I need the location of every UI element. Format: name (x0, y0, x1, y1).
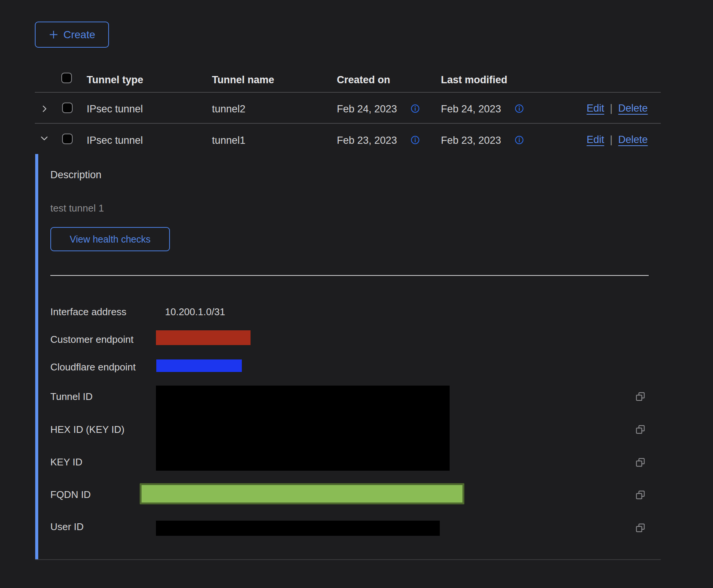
description-label: Description (50, 169, 101, 181)
tunnel-type-cell: IPsec tunnel (87, 103, 143, 115)
user-id-redaction (156, 521, 440, 536)
fqdn-id-redaction (140, 483, 464, 504)
tunnel-name-cell: tunnel1 (212, 135, 246, 146)
edit-link[interactable]: Edit (587, 103, 604, 114)
actions-separator: | (610, 134, 613, 146)
plus-icon (48, 30, 59, 40)
fqdn-id-label: FQDN ID (50, 489, 91, 501)
column-header-created-on: Created on (337, 74, 390, 86)
delete-link[interactable]: Delete (618, 103, 648, 114)
interface-address-value: 10.200.1.0/31 (165, 306, 225, 318)
created-on-cell: Feb 24, 2023 (337, 103, 397, 115)
description-value: test tunnel 1 (50, 202, 104, 214)
tunnel-id-label: Tunnel ID (50, 391, 93, 403)
panel-divider (50, 275, 649, 276)
interface-address-label: Interface address (50, 306, 126, 318)
row-checkbox[interactable] (62, 134, 73, 144)
last-modified-cell: Feb 24, 2023 (441, 103, 501, 115)
copy-icon[interactable] (635, 457, 645, 467)
hex-id-label: HEX ID (KEY ID) (50, 424, 125, 436)
created-on-cell: Feb 23, 2023 (337, 135, 397, 146)
copy-icon[interactable] (635, 490, 645, 500)
create-button[interactable]: Create (35, 22, 109, 48)
info-icon[interactable] (411, 104, 420, 113)
customer-endpoint-redaction (156, 330, 251, 345)
expanded-row-bottom-divider (35, 559, 661, 560)
copy-icon[interactable] (635, 425, 645, 434)
edit-link[interactable]: Edit (587, 134, 604, 146)
expanded-row-accent-bar (35, 154, 38, 559)
row-divider (35, 123, 661, 124)
chevron-right-icon[interactable] (40, 104, 49, 113)
row-actions: Edit | Delete (587, 103, 648, 114)
header-divider (35, 92, 661, 93)
column-header-last-modified: Last modified (441, 74, 508, 86)
last-modified-cell: Feb 23, 2023 (441, 135, 501, 146)
row-actions: Edit | Delete (587, 134, 648, 146)
select-all-checkbox[interactable] (61, 73, 72, 83)
column-header-tunnel-type: Tunnel type (87, 74, 143, 86)
tunnel-name-cell: tunnel2 (212, 103, 246, 115)
column-header-tunnel-name: Tunnel name (212, 74, 274, 86)
delete-link[interactable]: Delete (618, 134, 648, 146)
view-health-checks-label: View health checks (70, 234, 151, 245)
ids-redaction-block (156, 386, 450, 471)
create-button-label: Create (63, 29, 95, 41)
actions-separator: | (610, 103, 613, 114)
customer-endpoint-label: Customer endpoint (50, 334, 134, 345)
ipsec-tunnels-page: Create Tunnel type Tunnel name Created o… (0, 0, 713, 588)
copy-icon[interactable] (635, 392, 645, 401)
info-icon[interactable] (411, 135, 420, 145)
info-icon[interactable] (515, 104, 524, 113)
cloudflare-endpoint-label: Cloudflare endpoint (50, 361, 136, 373)
chevron-down-icon[interactable] (40, 134, 49, 143)
row-checkbox[interactable] (62, 103, 73, 113)
info-icon[interactable] (515, 135, 524, 145)
view-health-checks-button[interactable]: View health checks (50, 227, 170, 251)
key-id-label: KEY ID (50, 456, 83, 468)
user-id-label: User ID (50, 521, 84, 533)
copy-icon[interactable] (635, 523, 645, 533)
cloudflare-endpoint-redaction (156, 359, 242, 372)
tunnel-type-cell: IPsec tunnel (87, 135, 143, 146)
